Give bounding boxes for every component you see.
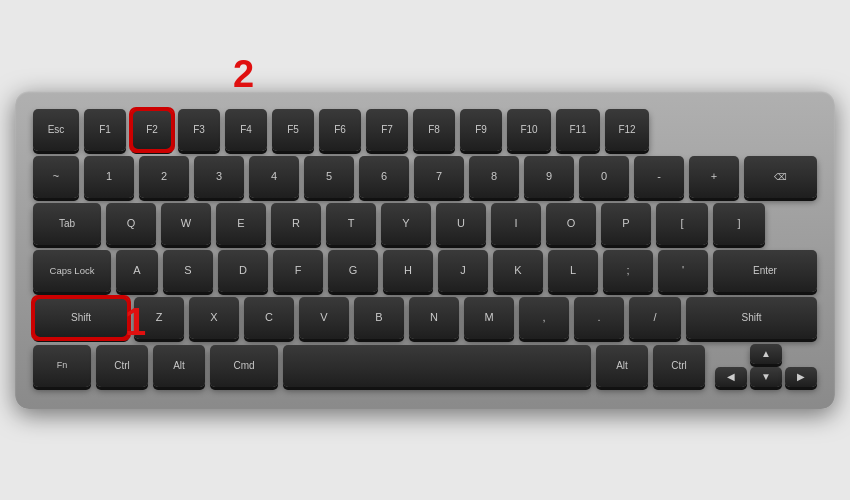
key-period[interactable]: . <box>574 297 624 339</box>
key-v[interactable]: V <box>299 297 349 339</box>
home-row: Caps Lock A S D F G H J K L ; ' Enter <box>33 250 817 292</box>
key-minus[interactable]: - <box>634 156 684 198</box>
keyboard-rows: Esc F1 F2 F3 F4 F5 F6 F7 F8 F9 F10 F11 F… <box>33 109 817 387</box>
key-ctrl-right[interactable]: Ctrl <box>653 345 705 387</box>
key-f1[interactable]: F1 <box>84 109 126 151</box>
key-t[interactable]: T <box>326 203 376 245</box>
key-x[interactable]: X <box>189 297 239 339</box>
key-capslock[interactable]: Caps Lock <box>33 250 111 292</box>
key-f[interactable]: F <box>273 250 323 292</box>
key-tilde[interactable]: ~ <box>33 156 79 198</box>
key-i[interactable]: I <box>491 203 541 245</box>
key-y[interactable]: Y <box>381 203 431 245</box>
key-bracket-left[interactable]: [ <box>656 203 708 245</box>
key-k[interactable]: K <box>493 250 543 292</box>
key-cmd-left[interactable]: Cmd <box>210 345 278 387</box>
shift-row: Shift Z X C V B N M , . / Shift <box>33 297 817 339</box>
key-enter[interactable]: Enter <box>713 250 817 292</box>
key-comma[interactable]: , <box>519 297 569 339</box>
key-e[interactable]: E <box>216 203 266 245</box>
key-f4[interactable]: F4 <box>225 109 267 151</box>
key-alt-right[interactable]: Alt <box>596 345 648 387</box>
number-row: ~ 1 2 3 4 5 6 7 8 9 0 - + ⌫ <box>33 156 817 198</box>
key-b[interactable]: B <box>354 297 404 339</box>
key-fn-bottom[interactable]: Fn <box>33 345 91 387</box>
key-alt-left[interactable]: Alt <box>153 345 205 387</box>
key-p[interactable]: P <box>601 203 651 245</box>
key-7[interactable]: 7 <box>414 156 464 198</box>
key-slash[interactable]: / <box>629 297 681 339</box>
key-q[interactable]: Q <box>106 203 156 245</box>
key-l[interactable]: L <box>548 250 598 292</box>
key-f7[interactable]: F7 <box>366 109 408 151</box>
annotation-2-label: 2 <box>233 53 254 96</box>
key-1[interactable]: 1 <box>84 156 134 198</box>
key-4[interactable]: 4 <box>249 156 299 198</box>
key-w[interactable]: W <box>161 203 211 245</box>
key-c[interactable]: C <box>244 297 294 339</box>
key-3[interactable]: 3 <box>194 156 244 198</box>
key-g[interactable]: G <box>328 250 378 292</box>
key-arrow-up[interactable]: ▲ <box>750 344 782 364</box>
arrow-lr-row: ◀ ▼ ▶ <box>715 367 817 387</box>
annotation-1-label: 1 <box>125 301 146 344</box>
key-arrow-down[interactable]: ▼ <box>750 367 782 387</box>
key-f5[interactable]: F5 <box>272 109 314 151</box>
key-2[interactable]: 2 <box>139 156 189 198</box>
key-r[interactable]: R <box>271 203 321 245</box>
key-arrow-left[interactable]: ◀ <box>715 367 747 387</box>
key-semicolon[interactable]: ; <box>603 250 653 292</box>
key-m[interactable]: M <box>464 297 514 339</box>
key-5[interactable]: 5 <box>304 156 354 198</box>
key-9[interactable]: 9 <box>524 156 574 198</box>
key-u[interactable]: U <box>436 203 486 245</box>
key-f10[interactable]: F10 <box>507 109 551 151</box>
key-6[interactable]: 6 <box>359 156 409 198</box>
key-arrow-right[interactable]: ▶ <box>785 367 817 387</box>
arrow-cluster: ▲ ◀ ▼ ▶ <box>715 344 817 387</box>
key-f9[interactable]: F9 <box>460 109 502 151</box>
key-tab[interactable]: Tab <box>33 203 101 245</box>
key-s[interactable]: S <box>163 250 213 292</box>
key-esc[interactable]: Esc <box>33 109 79 151</box>
key-f12[interactable]: F12 <box>605 109 649 151</box>
key-a[interactable]: A <box>116 250 158 292</box>
key-shift-left[interactable]: Shift <box>33 297 129 339</box>
key-plus[interactable]: + <box>689 156 739 198</box>
qwerty-row: Tab Q W E R T Y U I O P [ ] <box>33 203 817 245</box>
function-row: Esc F1 F2 F3 F4 F5 F6 F7 F8 F9 F10 F11 F… <box>33 109 817 151</box>
key-d[interactable]: D <box>218 250 268 292</box>
key-o[interactable]: O <box>546 203 596 245</box>
key-f3[interactable]: F3 <box>178 109 220 151</box>
arrow-up-row: ▲ <box>715 344 817 364</box>
keyboard: 2 1 Esc F1 F2 F3 F4 F5 F6 F7 F8 F9 F10 F… <box>15 91 835 409</box>
bottom-row: Fn Ctrl Alt Cmd Alt Ctrl ▲ ◀ ▼ ▶ <box>33 344 817 387</box>
key-0[interactable]: 0 <box>579 156 629 198</box>
key-ctrl-left[interactable]: Ctrl <box>96 345 148 387</box>
key-j[interactable]: J <box>438 250 488 292</box>
key-8[interactable]: 8 <box>469 156 519 198</box>
key-n[interactable]: N <box>409 297 459 339</box>
key-quote[interactable]: ' <box>658 250 708 292</box>
key-f11[interactable]: F11 <box>556 109 600 151</box>
key-backspace[interactable]: ⌫ <box>744 156 817 198</box>
key-bracket-right[interactable]: ] <box>713 203 765 245</box>
key-f6[interactable]: F6 <box>319 109 361 151</box>
key-h[interactable]: H <box>383 250 433 292</box>
key-f8[interactable]: F8 <box>413 109 455 151</box>
key-f2[interactable]: F2 <box>131 109 173 151</box>
key-space[interactable] <box>283 345 591 387</box>
key-shift-right[interactable]: Shift <box>686 297 817 339</box>
